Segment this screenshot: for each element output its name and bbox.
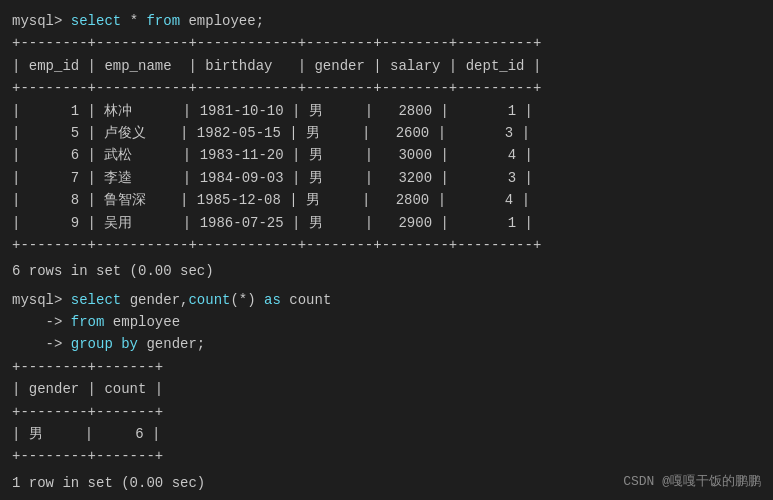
table2-border-bot: +--------+-------+ [12, 445, 761, 467]
table1-row-3: | 6 | 武松 | 1983-11-20 | 男 | 3000 | 4 | [12, 144, 761, 166]
query1-section: mysql> select * from employee; +--------… [12, 10, 761, 256]
table1-header: | emp_id | emp_name | birthday | gender … [12, 55, 761, 77]
terminal-window: mysql> select * from employee; +--------… [0, 0, 773, 500]
query1-result: 6 rows in set (0.00 sec) [12, 260, 761, 282]
table1-row-5: | 8 | 鲁智深 | 1985-12-08 | 男 | 2800 | 4 | [12, 189, 761, 211]
query2-cont1: -> from employee [12, 311, 761, 333]
query2-section: mysql> select gender,count(*) as count -… [12, 289, 761, 468]
table1-border-bot: +--------+-----------+------------+-----… [12, 234, 761, 256]
query2-cont2: -> group by gender; [12, 333, 761, 355]
table2-border-top: +--------+-------+ [12, 356, 761, 378]
table2-border-mid: +--------+-------+ [12, 401, 761, 423]
table2-row-1: | 男 | 6 | [12, 423, 761, 445]
table1-border-top: +--------+-----------+------------+-----… [12, 32, 761, 54]
table1-row-1: | 1 | 林冲 | 1981-10-10 | 男 | 2800 | 1 | [12, 100, 761, 122]
watermark: CSDN @嘎嘎干饭的鹏鹏 [623, 472, 761, 490]
table1-row-2: | 5 | 卢俊义 | 1982-05-15 | 男 | 2600 | 3 | [12, 122, 761, 144]
table2-header: | gender | count | [12, 378, 761, 400]
table1-row-4: | 7 | 李逵 | 1984-09-03 | 男 | 3200 | 3 | [12, 167, 761, 189]
query1-prompt: mysql> select * from employee; [12, 10, 761, 32]
query2-prompt: mysql> select gender,count(*) as count [12, 289, 761, 311]
table1-row-6: | 9 | 吴用 | 1986-07-25 | 男 | 2900 | 1 | [12, 212, 761, 234]
table1-border-mid: +--------+-----------+------------+-----… [12, 77, 761, 99]
